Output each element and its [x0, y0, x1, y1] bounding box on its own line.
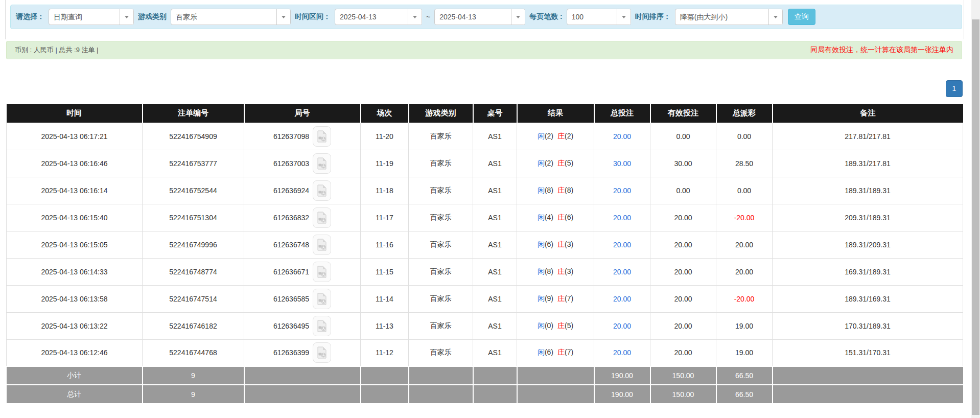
player-result-label: 闲	[538, 267, 545, 275]
total-label: 总计	[7, 385, 143, 403]
subtotal-count: 9	[143, 366, 244, 385]
cell-session: 11-16	[361, 231, 409, 258]
cell-total-bet: 20.00	[594, 231, 650, 258]
banker-result-score: (3)	[565, 240, 573, 248]
vertical-scrollbar[interactable]	[971, 0, 980, 418]
cell-session: 11-17	[361, 204, 409, 231]
video-file-icon	[317, 130, 327, 143]
cell-payout: 19.00	[716, 312, 773, 339]
cell-total-bet: 20.00	[594, 285, 650, 312]
video-file-icon	[317, 346, 327, 359]
total-valid-bet: 150.00	[650, 385, 716, 403]
total-bet-link[interactable]: 20.00	[613, 322, 631, 330]
cell-valid-bet: 20.00	[650, 312, 716, 339]
cell-payout: 19.00	[716, 339, 773, 366]
video-replay-button[interactable]	[313, 289, 331, 309]
scrollbar-thumb[interactable]	[972, 19, 979, 415]
total-bet-link[interactable]: 20.00	[613, 187, 631, 195]
video-replay-button[interactable]	[313, 126, 331, 147]
total-bet-link[interactable]: 30.00	[613, 159, 631, 168]
cell-game-category: 百家乐	[409, 150, 473, 177]
total-bet-link[interactable]: 20.00	[613, 132, 631, 141]
game-category-select[interactable]: 百家乐	[171, 9, 291, 25]
subtotal-row: 小计 9 190.00 150.00 66.50	[7, 366, 963, 385]
cell-round-id: 612636585	[244, 285, 361, 312]
header-game-category: 游戏类别	[409, 104, 473, 123]
cell-game-category: 百家乐	[409, 285, 473, 312]
chevron-down-icon[interactable]	[120, 9, 133, 25]
player-result-label: 闲	[538, 213, 545, 221]
subtotal-payout: 66.50	[716, 366, 773, 385]
bet-records-table: 时间 注单编号 局号 场次 游戏类别 桌号 结果 总投注 有效投注 总派彩 备注…	[6, 104, 963, 403]
date-to-select[interactable]: 2025-04-13	[434, 9, 525, 25]
banker-result-label: 庄	[557, 132, 565, 140]
cell-time: 2025-04-13 06:17:21	[7, 123, 143, 150]
cell-bet-id: 522416749996	[143, 231, 244, 258]
query-button[interactable]: 查询	[788, 9, 815, 25]
cell-table-no: AS1	[473, 177, 517, 204]
cell-bet-id: 522416753777	[143, 150, 244, 177]
chevron-down-icon[interactable]	[617, 9, 631, 25]
cell-result: 闲(6)庄(3)	[517, 231, 594, 258]
total-bet-link[interactable]: 20.00	[613, 295, 631, 303]
player-result-label: 闲	[538, 159, 545, 167]
table-row: 2025-04-13 06:16:46 522416753777 6126370…	[7, 150, 963, 177]
banker-result-label: 庄	[557, 348, 565, 356]
total-bet-link[interactable]: 20.00	[613, 214, 631, 222]
video-file-icon	[317, 320, 327, 332]
total-bet-link[interactable]: 20.00	[613, 349, 631, 357]
video-replay-button[interactable]	[313, 180, 331, 201]
query-type-select[interactable]: 日期查询	[49, 9, 134, 25]
banker-result-score: (6)	[565, 213, 573, 221]
player-result-score: (6)	[545, 240, 553, 248]
video-replay-button[interactable]	[313, 235, 331, 255]
game-category-label: 游戏类别	[138, 12, 167, 21]
cell-payout: -20.00	[716, 204, 773, 231]
table-row: 2025-04-13 06:12:46 522416744768 6126363…	[7, 339, 963, 366]
subtotal-label: 小计	[7, 366, 143, 385]
cell-payout: 28.50	[716, 150, 773, 177]
total-bet-link[interactable]: 20.00	[613, 268, 631, 276]
chevron-down-icon[interactable]	[511, 9, 525, 25]
cell-result: 闲(4)庄(6)	[517, 204, 594, 231]
video-replay-button[interactable]	[313, 153, 331, 174]
cell-session: 11-19	[361, 150, 409, 177]
cell-game-category: 百家乐	[409, 258, 473, 285]
player-result-label: 闲	[538, 132, 545, 140]
subtotal-total-bet: 190.00	[594, 366, 650, 385]
total-total-bet: 190.00	[594, 385, 650, 403]
header-valid-bet: 有效投注	[650, 104, 716, 123]
total-payout: 66.50	[716, 385, 773, 403]
chevron-down-icon[interactable]	[768, 9, 782, 25]
time-sort-label: 时间排序：	[635, 12, 671, 21]
header-round-id: 局号	[244, 104, 361, 123]
cell-remark: 189.31/169.31	[773, 285, 963, 312]
video-replay-button[interactable]	[313, 342, 331, 363]
banker-result-label: 庄	[557, 267, 565, 275]
total-bet-link[interactable]: 20.00	[613, 241, 631, 249]
round-id-text: 612636748	[273, 241, 309, 249]
video-replay-button[interactable]	[313, 316, 331, 336]
date-to-value: 2025-04-13	[435, 9, 511, 25]
video-replay-button[interactable]	[313, 207, 331, 228]
pagination-page-1[interactable]: 1	[946, 80, 963, 97]
banker-result-score: (8)	[565, 186, 573, 194]
date-from-value: 2025-04-13	[335, 9, 408, 25]
table-body: 2025-04-13 06:17:21 522416754909 6126370…	[7, 123, 963, 366]
chevron-down-icon[interactable]	[408, 9, 422, 25]
banker-result-label: 庄	[557, 186, 565, 194]
cell-result: 闲(8)庄(8)	[517, 177, 594, 204]
banker-result-score: (3)	[565, 267, 573, 275]
cell-round-id: 612636671	[244, 258, 361, 285]
round-id-text: 612636399	[273, 349, 309, 357]
header-session: 场次	[361, 104, 409, 123]
player-result-score: (9)	[545, 294, 553, 303]
per-page-select[interactable]: 100	[567, 9, 631, 25]
time-sort-select[interactable]: 降冪(由大到小)	[675, 9, 783, 25]
cell-time: 2025-04-13 06:14:33	[7, 258, 143, 285]
chevron-down-icon[interactable]	[276, 9, 290, 25]
cell-game-category: 百家乐	[409, 177, 473, 204]
video-replay-button[interactable]	[313, 262, 331, 282]
cell-result: 闲(0)庄(5)	[517, 312, 594, 339]
date-from-select[interactable]: 2025-04-13	[335, 9, 422, 25]
